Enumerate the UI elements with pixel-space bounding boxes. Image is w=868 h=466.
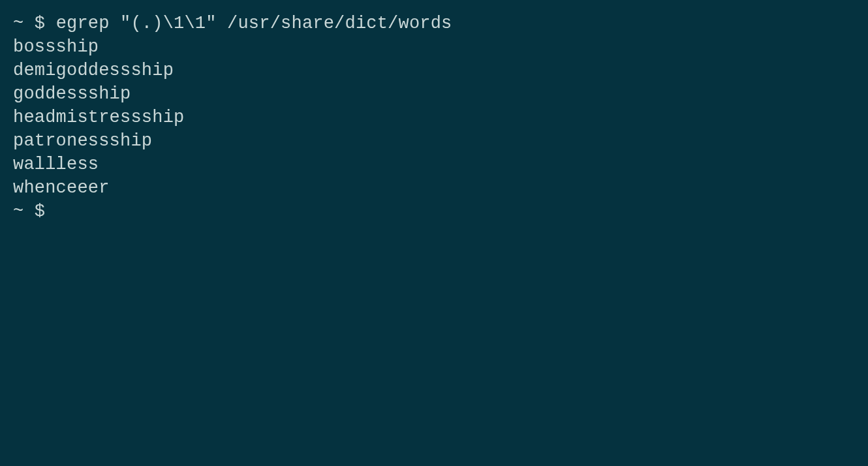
output-line: wallless [13,155,99,174]
output-line: bossship [13,37,99,57]
prompt-symbol: $ [35,14,45,33]
prompt-line-2[interactable]: ~ $ [13,202,65,221]
cursor-icon [56,203,65,221]
prompt-dir: ~ [13,14,23,33]
prompt-symbol: $ [35,202,45,221]
prompt-dir: ~ [13,202,23,221]
command-text: egrep "(.)\1\1" /usr/share/dict/words [56,14,452,33]
output-line: demigoddessship [13,61,174,80]
terminal-window[interactable]: ~ $ egrep "(.)\1\1" /usr/share/dict/word… [0,0,868,466]
output-line: goddessship [13,84,131,104]
output-line: headmistressship [13,108,184,127]
output-line: patronessship [13,131,152,151]
prompt-line-1: ~ $ egrep "(.)\1\1" /usr/share/dict/word… [13,14,452,33]
output-line: whenceeer [13,178,110,198]
